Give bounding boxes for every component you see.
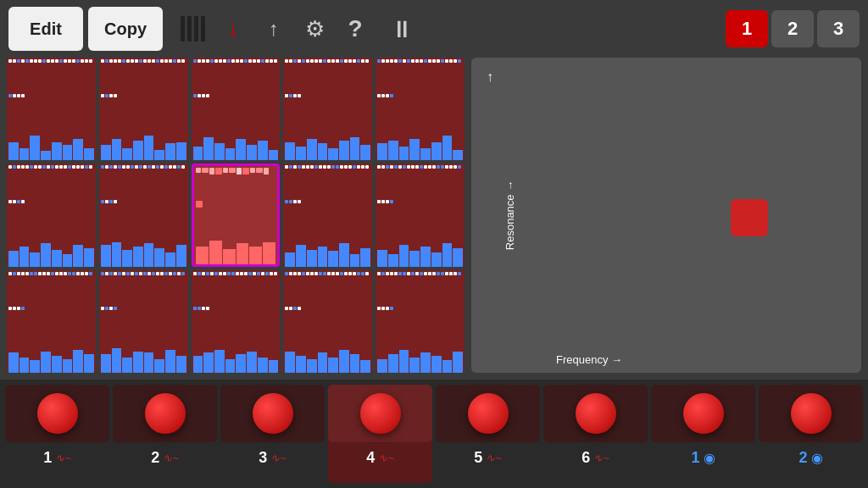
dots-area <box>7 58 96 130</box>
question-icon: ? <box>348 15 362 42</box>
grid-cell-1-2[interactable] <box>192 164 281 266</box>
grid-cell-0-1[interactable] <box>99 58 188 160</box>
grid-cell-0-2[interactable] <box>192 58 281 160</box>
channel-2-knob[interactable] <box>113 385 217 442</box>
channel-3-label-row: 3 ∿~ <box>220 446 325 469</box>
channel-fx-1-knob[interactable] <box>651 385 755 442</box>
dots-area <box>7 164 96 236</box>
pause-icon: ⏸ <box>390 15 414 43</box>
edit-button[interactable]: Edit <box>8 7 83 51</box>
channel-4[interactable]: 4 ∿~ <box>328 385 432 483</box>
channel-2-number: 2 <box>151 449 159 467</box>
bars-area <box>376 236 465 266</box>
channel-1-wave-icon: ∿~ <box>55 452 71 464</box>
channel-6-wave-icon: ∿~ <box>593 452 609 464</box>
channel-5-circle <box>468 393 509 434</box>
bars-area <box>99 130 188 160</box>
channel-3-circle <box>253 393 293 434</box>
channel-6[interactable]: 6 ∿~ <box>543 385 648 483</box>
copy-button[interactable]: Copy <box>88 7 163 51</box>
dots-area <box>99 164 188 236</box>
channel-1-circle <box>37 393 78 434</box>
grid-cell-0-0[interactable] <box>7 58 96 160</box>
arrow-up-button[interactable]: ↑ <box>256 7 292 51</box>
tab-2[interactable]: 2 <box>771 10 814 47</box>
gear-button[interactable]: ⚙ <box>297 7 332 51</box>
dots-area <box>192 270 281 342</box>
dots-area <box>99 270 188 342</box>
tab-3[interactable]: 3 <box>817 10 860 47</box>
pause-button[interactable]: ⏸ <box>378 7 414 51</box>
pattern-visual <box>376 58 465 160</box>
dots-area <box>7 270 96 342</box>
bars-area <box>7 236 96 266</box>
grid-cell-1-4[interactable] <box>376 164 465 266</box>
grid-cell-1-1[interactable] <box>99 164 188 266</box>
pattern-visual <box>194 166 278 263</box>
channel-4-number: 4 <box>366 449 375 467</box>
top-bar: Edit Copy ↓ ↑ ⚙ ? ⏸ 1 2 3 <box>0 0 868 58</box>
pattern-visual <box>7 164 96 266</box>
grid-cell-2-1[interactable] <box>99 270 188 373</box>
resonance-arrow-icon: ↑ <box>487 69 493 85</box>
channel-fx-2-label-row: 2 ◉ <box>759 446 863 469</box>
channel-fx-2-knob[interactable] <box>759 385 863 442</box>
channel-1-knob[interactable] <box>5 385 109 442</box>
channel-2[interactable]: 2 ∿~ <box>113 385 217 483</box>
dots-area <box>99 58 188 130</box>
channel-4-knob[interactable] <box>328 385 432 442</box>
bars-icon <box>181 16 205 42</box>
channel-5[interactable]: 5 ∿~ <box>436 385 540 483</box>
arrow-down-button[interactable]: ↓ <box>215 7 251 51</box>
grid-cell-0-3[interactable] <box>283 58 372 160</box>
dots-area <box>194 166 278 235</box>
pattern-visual <box>283 270 372 373</box>
channel-3[interactable]: 3 ∿~ <box>220 385 325 483</box>
channel-fx-1-circle <box>683 393 724 434</box>
bottom-bar: 1 ∿~ 2 ∿~ 3 ∿~ 4 ∿~ <box>0 380 868 488</box>
channel-fx-2[interactable]: 2 ◉ <box>759 385 863 483</box>
bars-area <box>283 342 372 373</box>
bars-area <box>194 235 278 264</box>
bars-area <box>7 130 96 160</box>
pattern-visual <box>99 164 188 266</box>
channel-1-number: 1 <box>43 449 52 467</box>
tab-1[interactable]: 1 <box>726 10 768 47</box>
pattern-visual <box>99 58 188 160</box>
channel-3-wave-icon: ∿~ <box>270 452 287 464</box>
dots-area <box>376 58 465 130</box>
channel-4-label-row: 4 ∿~ <box>328 446 432 469</box>
grid-cell-2-4[interactable] <box>376 270 465 373</box>
pattern-grid <box>7 58 465 373</box>
channel-5-knob[interactable] <box>436 385 540 442</box>
channel-6-number: 6 <box>581 449 590 467</box>
pattern-visual <box>7 270 96 373</box>
channel-3-knob[interactable] <box>220 385 325 442</box>
channel-fx-1-number: 1 <box>691 449 699 467</box>
grid-cell-1-3[interactable] <box>283 164 372 266</box>
grid-cell-0-4[interactable] <box>376 58 465 160</box>
pattern-visual <box>192 58 281 160</box>
dots-area <box>283 270 372 342</box>
channel-2-wave-icon: ∿~ <box>163 452 179 464</box>
chart-panel: Resonance → ↑ Frequency → <box>471 58 861 373</box>
grid-cell-1-0[interactable] <box>7 164 96 266</box>
pattern-visual <box>283 164 372 266</box>
grid-cell-2-2[interactable] <box>192 270 281 373</box>
arrow-down-icon: ↓ <box>227 15 239 42</box>
help-button[interactable]: ? <box>337 7 373 51</box>
frequency-label: Frequency → <box>556 353 622 366</box>
grid-cell-2-0[interactable] <box>7 270 96 373</box>
channel-5-label-row: 5 ∿~ <box>436 446 540 469</box>
grid-cell-2-3[interactable] <box>283 270 372 373</box>
channel-fx-1-label-row: 1 ◉ <box>651 446 755 469</box>
frequency-resonance-marker[interactable] <box>731 199 768 236</box>
bars-icon-button[interactable] <box>175 7 210 51</box>
dots-area <box>283 58 372 130</box>
channel-1[interactable]: 1 ∿~ <box>5 385 109 483</box>
channel-1-label-row: 1 ∿~ <box>5 446 109 469</box>
channel-fx-1[interactable]: 1 ◉ <box>651 385 755 483</box>
tab-group: 1 2 3 <box>726 10 860 47</box>
channel-6-knob[interactable] <box>543 385 648 442</box>
pattern-visual <box>376 164 465 266</box>
